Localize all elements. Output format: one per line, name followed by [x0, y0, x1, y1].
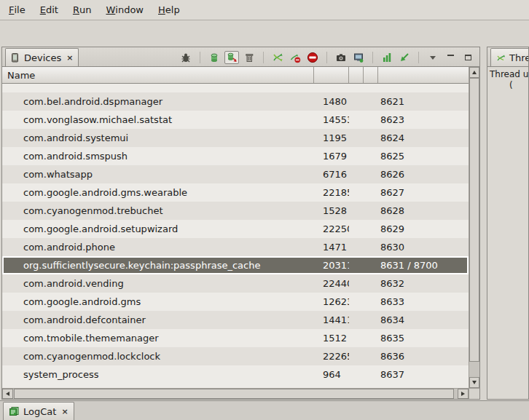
update-heap-icon[interactable] [207, 51, 222, 64]
table-row[interactable]: com.android.vending224408632 [2, 274, 469, 293]
column-header-empty[interactable] [364, 67, 378, 83]
table-row[interactable]: com.bel.android.dspmanager14808621 [2, 92, 469, 111]
process-name: com.tmobile.thememanager [2, 333, 314, 344]
table-row[interactable]: com.google.android.gms126238633 [2, 293, 469, 311]
table-row[interactable]: com.android.phone14718630 [2, 238, 469, 256]
table-row[interactable]: com.android.systemui11958624 [2, 129, 469, 147]
stop-method-profiling-icon[interactable] [288, 51, 302, 64]
horizontal-scrollbar[interactable] [2, 388, 479, 399]
process-pid: 22185 [314, 187, 349, 198]
tab-logcat-label: LogCat [23, 406, 56, 417]
process-pid: 22265 [314, 351, 349, 362]
table-row[interactable]: org.sufficientlysecure.keychain:passphra… [2, 256, 469, 274]
process-port: 8632 [378, 278, 469, 289]
process-port: 8634 [378, 314, 469, 325]
vertical-scrollbar[interactable] [469, 67, 479, 388]
table-row[interactable]: com.cyanogenmod.lockclock222658636 [2, 347, 469, 365]
close-icon[interactable]: × [66, 53, 73, 63]
table-row[interactable]: com.whatsapp67168626 [2, 165, 469, 183]
process-port: 8628 [378, 205, 469, 216]
threads-tabbar: Threads × [487, 47, 528, 67]
menu-window[interactable]: Window [98, 0, 151, 20]
process-pid: 1480 [314, 96, 349, 107]
process-name: com.bel.android.dspmanager [2, 96, 314, 107]
process-pid: 6716 [314, 169, 349, 180]
tab-threads-label: Threads [509, 52, 529, 63]
toolbar-separator [263, 52, 264, 63]
horizontal-scroll-thumb[interactable] [14, 389, 454, 399]
debug-process-icon[interactable] [179, 51, 193, 64]
column-header-pid[interactable] [314, 67, 349, 83]
scroll-right-button[interactable] [458, 389, 469, 399]
table-row[interactable]: com.google.android.setupwizard222508629 [2, 220, 469, 238]
menu-help[interactable]: Help [151, 0, 187, 20]
process-pid: 14411 [314, 314, 349, 325]
scroll-left-button[interactable] [2, 389, 13, 399]
view-hierarchy-icon[interactable] [351, 51, 366, 64]
process-name: com.cyanogenmod.lockclock [2, 351, 314, 362]
partial-row [2, 84, 469, 92]
tab-threads[interactable]: Threads × [490, 48, 529, 66]
minimize-icon[interactable] [443, 51, 458, 64]
device-table-body: com.bel.android.dspmanager14808621com.vo… [2, 84, 469, 388]
start-profiling-icon[interactable] [397, 51, 412, 64]
process-pid: 22440 [314, 278, 349, 289]
toolbar-separator [326, 52, 327, 63]
process-name: com.cyanogenmod.trebuchet [2, 205, 314, 216]
method-profiling-icon[interactable] [380, 51, 394, 64]
process-name: com.google.android.gms.wearable [2, 187, 314, 198]
process-port: 8626 [378, 169, 469, 180]
process-port: 8635 [378, 333, 469, 344]
process-pid: 1195 [314, 132, 349, 143]
threads-message-line1: Thread up [490, 69, 526, 80]
menu-run[interactable]: Run [66, 0, 99, 20]
scroll-down-button[interactable] [469, 377, 479, 388]
update-threads-icon[interactable] [270, 51, 285, 64]
cause-gc-icon[interactable] [242, 51, 256, 64]
table-row[interactable]: com.google.android.gms.wearable221858627 [2, 183, 469, 202]
process-name: system_process [2, 369, 314, 380]
toolbar-separator [372, 52, 373, 63]
process-pid: 964 [314, 369, 349, 380]
process-name: com.android.defcontainer [2, 314, 314, 325]
process-port: 8621 [378, 96, 469, 107]
threads-panel: Threads × Thread up ( [487, 47, 529, 400]
threads-icon [496, 53, 506, 63]
screen-capture-icon[interactable] [334, 51, 348, 64]
table-row[interactable]: com.android.smspush16798625 [2, 147, 469, 165]
table-row[interactable]: com.vonglasow.michael.satstat145538623 [2, 111, 469, 129]
column-header-port[interactable] [378, 67, 469, 83]
column-header-empty[interactable] [349, 67, 364, 83]
menu-file[interactable]: File [1, 0, 33, 20]
menubar: FileEditRunWindowHelp [0, 0, 529, 20]
toolbar-strip [0, 20, 529, 46]
maximize-icon[interactable] [461, 51, 475, 64]
process-port: 8623 [378, 114, 469, 125]
table-row[interactable]: com.cyanogenmod.trebuchet15288628 [2, 202, 469, 220]
process-pid: 1471 [314, 242, 349, 253]
vertical-scroll-track[interactable] [469, 78, 479, 377]
tab-devices[interactable]: Devices × [5, 48, 79, 66]
table-row[interactable]: com.tmobile.thememanager15128635 [2, 329, 469, 347]
table-row[interactable]: com.android.defcontainer144118634 [2, 311, 469, 329]
horizontal-scroll-track[interactable] [13, 389, 458, 399]
process-name: com.android.vending [2, 278, 314, 289]
stop-process-icon[interactable] [305, 51, 320, 64]
process-port: 8636 [378, 351, 469, 362]
view-menu-icon[interactable] [426, 51, 440, 64]
vertical-scroll-thumb[interactable] [469, 78, 479, 362]
scroll-up-button[interactable] [469, 67, 479, 78]
table-row[interactable]: system_process9648637 [2, 365, 469, 384]
close-icon[interactable]: × [61, 407, 68, 416]
tab-logcat[interactable]: LogCat × [3, 402, 74, 420]
column-header-name[interactable]: Name [2, 67, 314, 83]
process-port: 8625 [378, 151, 469, 162]
process-name: org.sufficientlysecure.keychain:passphra… [4, 260, 314, 271]
menu-edit[interactable]: Edit [33, 0, 66, 20]
process-name: com.google.android.setupwizard [2, 223, 314, 234]
process-pid: 20311 [314, 260, 349, 271]
dump-hprof-icon[interactable] [224, 51, 239, 64]
process-port: 8624 [378, 132, 469, 143]
process-pid: 22250 [314, 223, 349, 234]
process-port: 8627 [378, 187, 469, 198]
